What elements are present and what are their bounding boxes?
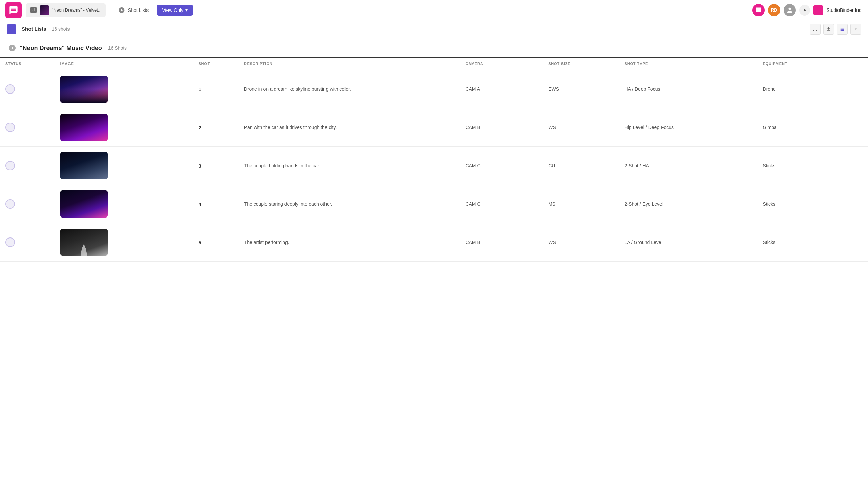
shot-list-table-container: STATUS IMAGE SHOT DESCRIPTION CAMERA SHO… [0,58,868,261]
studio-name-label: StudioBinder Inc. [826,8,863,13]
cell-equipment: Sticks [757,223,868,261]
chat-icon [755,7,761,13]
shot-count-label: 16 shots [52,26,70,32]
shotlists-section-icon [7,24,16,34]
shot-image [60,152,108,179]
cell-equipment: Sticks [757,147,868,185]
cell-shot-number: 4 [193,185,238,223]
cell-status [0,70,55,109]
secondary-nav-title: Shot Lists [22,26,46,32]
shot-image [60,229,108,256]
cell-shot-number: 2 [193,109,238,147]
grid-icon [840,27,845,31]
expand-button[interactable] [850,24,861,34]
more-options-button[interactable]: ... [810,24,821,34]
shotlists-icon [118,7,125,14]
person-icon [787,7,793,13]
cell-camera: CAM C [460,185,543,223]
col-description: DESCRIPTION [239,58,460,70]
chevron-down-icon [853,27,858,31]
cell-description: The couple holding hands in the car. [239,147,460,185]
col-image: IMAGE [55,58,193,70]
table-header-row: STATUS IMAGE SHOT DESCRIPTION CAMERA SHO… [0,58,868,70]
shot-image [60,114,108,141]
nav-right-actions: RD StudioBinder Inc. [753,4,863,16]
table-row[interactable]: 2 Pan with the car as it drives through … [0,109,868,147]
project-tab[interactable]: v1 "Neon Dreams" - Velvet... [26,3,106,17]
cell-shot-number: 5 [193,223,238,261]
top-navigation: v1 "Neon Dreams" - Velvet... Shot Lists … [0,0,868,20]
cell-shot-type: Hip Level / Deep Focus [619,109,757,147]
status-circle [5,84,15,94]
cell-image [55,185,193,223]
table-row[interactable]: 4 The couple staring deeply into each ot… [0,185,868,223]
cell-shot-type: 2-Shot / Eye Level [619,185,757,223]
app-logo[interactable] [5,2,22,18]
col-equipment: EQUIPMENT [757,58,868,70]
user-avatar-secondary[interactable] [784,4,796,16]
project-name-label: "Neon Dreams" - Velvet... [52,8,102,13]
cell-shot-type: 2-Shot / HA [619,147,757,185]
status-circle [5,238,15,247]
cell-shot-type: LA / Ground Level [619,223,757,261]
cell-shot-size: EWS [543,70,619,109]
table-row[interactable]: 1 Drone in on a dreamlike skyline bursti… [0,70,868,109]
status-circle [5,199,15,209]
download-button[interactable] [823,24,834,34]
chat-avatar[interactable] [753,4,764,16]
status-circle [5,161,15,170]
list-icon [9,26,14,32]
col-shot-size: SHOT SIZE [543,58,619,70]
cell-shot-number: 1 [193,70,238,109]
cell-image [55,147,193,185]
col-status: STATUS [0,58,55,70]
cell-camera: CAM B [460,223,543,261]
view-only-button[interactable]: View Only [157,5,193,16]
cell-shot-number: 3 [193,147,238,185]
project-shots-count: 16 Shots [108,45,127,51]
col-camera: CAMERA [460,58,543,70]
secondary-nav-actions: ... [810,24,861,34]
col-shot: SHOT [193,58,238,70]
play-icon [802,8,807,13]
cell-shot-size: WS [543,109,619,147]
status-circle [5,123,15,132]
cell-camera: CAM B [460,109,543,147]
user-avatar-rd[interactable]: RD [768,4,780,16]
cell-description: The artist performing. [239,223,460,261]
cell-shot-size: CU [543,147,619,185]
play-button[interactable] [799,5,810,16]
cell-image [55,223,193,261]
shot-image [60,190,108,217]
shot-list-table: STATUS IMAGE SHOT DESCRIPTION CAMERA SHO… [0,58,868,261]
project-title: "Neon Dreams" Music Video [20,45,102,52]
cell-shot-size: MS [543,185,619,223]
cell-status [0,185,55,223]
cell-status [0,109,55,147]
cell-image [55,109,193,147]
cell-status [0,223,55,261]
shotlists-nav-label: Shot Lists [128,8,149,13]
table-row[interactable]: 3 The couple holding hands in the car. C… [0,147,868,185]
cell-description: Drone in on a dreamlike skyline bursting… [239,70,460,109]
cell-shot-size: WS [543,223,619,261]
version-badge: v1 [30,8,37,13]
cell-image [55,70,193,109]
shotlists-nav-tab[interactable]: Shot Lists [114,5,153,16]
secondary-navigation: Shot Lists 16 shots ... [0,20,868,38]
cell-equipment: Sticks [757,185,868,223]
cell-description: The couple staring deeply into each othe… [239,185,460,223]
download-icon [826,27,831,31]
project-thumbnail [40,5,49,15]
logo-icon [9,5,18,15]
cell-status [0,147,55,185]
project-header: "Neon Dreams" Music Video 16 Shots [0,38,868,58]
table-row[interactable]: 5 The artist performing. CAM B WS LA / G… [0,223,868,261]
cell-shot-type: HA / Deep Focus [619,70,757,109]
cell-description: Pan with the car as it drives through th… [239,109,460,147]
shot-image [60,75,108,103]
cell-camera: CAM A [460,70,543,109]
col-shot-type: SHOT TYPE [619,58,757,70]
view-toggle-button[interactable] [837,24,848,34]
project-icon [8,44,16,52]
